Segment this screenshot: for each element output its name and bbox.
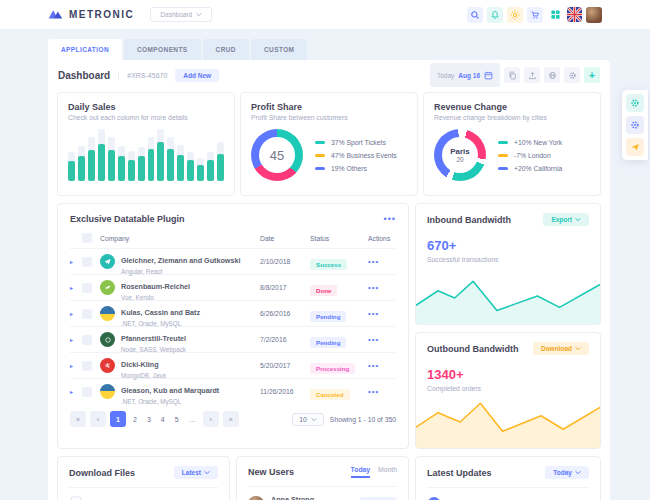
bar (157, 129, 164, 181)
row-checkbox[interactable] (82, 361, 92, 371)
add-new-button[interactable]: Add New (175, 69, 219, 82)
legend-label: 37% Sport Tickets (331, 139, 386, 146)
quick-panel-grid-icon[interactable] (547, 7, 563, 23)
company-logo-python-icon (100, 384, 115, 399)
row-actions-button[interactable]: ••• (368, 283, 396, 292)
company-logo-python-icon (100, 306, 115, 321)
card-title: Daily Sales (68, 102, 224, 112)
card-title: New Users (248, 467, 294, 477)
globe-icon[interactable] (544, 67, 560, 83)
brand-logo[interactable]: METRONIC (48, 6, 134, 24)
row-expand-chevron[interactable]: ▸ (70, 310, 82, 317)
bar (108, 129, 115, 181)
table-row: ▸ dj Dicki-KlingMongoDB, Java 5/20/2017 … (70, 352, 396, 378)
row-expand-chevron[interactable]: ▸ (70, 388, 82, 395)
per-page-select[interactable]: 10 (292, 413, 324, 426)
tab-components[interactable]: COMPONENTS (124, 39, 201, 60)
page-title: Dashboard (58, 70, 110, 81)
row-expand-chevron[interactable]: ▸ (70, 258, 82, 265)
select-all-checkbox[interactable] (82, 233, 92, 243)
pagination-page-5[interactable]: 5 (172, 416, 182, 423)
datatable-card: Exclusive Datatable Plugin ••• Company D… (57, 203, 409, 449)
card-menu-button[interactable]: ••• (384, 214, 396, 224)
card-title: Revenue Change (434, 102, 590, 112)
pagination-page-4[interactable]: 4 (158, 416, 168, 423)
cart-icon[interactable] (527, 7, 543, 23)
legend-dash (315, 154, 325, 157)
row-expand-chevron[interactable]: ▸ (70, 284, 82, 291)
card-title: Outbound Bandwidth (427, 344, 518, 354)
revenue-change-card: Revenue Change Revenue change breakdown … (423, 92, 601, 196)
builder-gear-icon[interactable] (626, 94, 644, 112)
quick-actions-icon[interactable] (507, 7, 523, 23)
bar (207, 129, 214, 181)
new-users-tab-month[interactable]: Month (378, 466, 397, 478)
company-tech: Angular, React (121, 268, 260, 275)
file-list-item[interactable]: DOC Metronic Documentation (69, 496, 218, 500)
bar (187, 129, 194, 181)
row-checkbox[interactable] (82, 387, 92, 397)
chevron-down-icon (575, 217, 581, 222)
upload-icon[interactable] (524, 67, 540, 83)
latest-filter-button[interactable]: Latest (174, 466, 218, 479)
legend-dash (315, 167, 325, 170)
row-date: 5/20/2017 (260, 362, 310, 369)
notifications-bell-icon[interactable] (487, 7, 503, 23)
gear-icon[interactable] (564, 67, 580, 83)
download-button[interactable]: Download (533, 342, 589, 355)
row-checkbox[interactable] (82, 335, 92, 345)
send-paper-plane-icon[interactable] (626, 138, 644, 156)
pagination-next-button[interactable]: › (203, 411, 219, 427)
bar (68, 129, 75, 181)
pagination-prev-button[interactable]: ‹ (90, 411, 106, 427)
bar (197, 129, 204, 181)
status-badge: Processing (310, 363, 355, 374)
tab-crud[interactable]: CRUD (203, 39, 249, 60)
bar (148, 129, 155, 181)
header-dashboard-dropdown[interactable]: Dashboard (150, 7, 212, 22)
status-badge: Pending (310, 337, 346, 348)
row-checkbox[interactable] (82, 309, 92, 319)
settings-gear-icon[interactable] (626, 116, 644, 134)
row-actions-button[interactable]: ••• (368, 387, 396, 396)
tab-custom[interactable]: CUSTOM (251, 39, 307, 60)
bar (217, 129, 224, 181)
revenue-change-legend: +10% New York -7% London +20% California (498, 139, 562, 172)
stats-cards-row: Daily Sales Check out each column for mo… (48, 92, 610, 196)
row-actions-button[interactable]: ••• (368, 257, 396, 266)
pagination-page-1[interactable]: 1 (110, 411, 126, 427)
content-panel: Dashboard #XRS-45670 Add New Today Aug 1… (48, 60, 610, 500)
user-avatar[interactable] (586, 7, 602, 23)
column-date: Date (260, 235, 310, 242)
row-expand-chevron[interactable]: ▸ (70, 336, 82, 343)
add-plus-button[interactable]: + (584, 67, 600, 83)
row-date: 8/8/2017 (260, 284, 310, 291)
copy-icon[interactable] (504, 67, 520, 83)
table-row: ▸ Kulas, Cassin and Batz.NET, Oracle, My… (70, 300, 396, 326)
pagination-page-2[interactable]: 2 (130, 416, 140, 423)
legend-dash (498, 154, 508, 157)
pagination-page-3[interactable]: 3 (144, 416, 154, 423)
row-actions-button[interactable]: ••• (368, 361, 396, 370)
search-icon[interactable] (467, 7, 483, 23)
profit-share-donut-chart: 45 (251, 129, 303, 181)
new-users-tab-today[interactable]: Today (351, 466, 371, 478)
pagination-last-button[interactable]: » (223, 411, 239, 427)
update-badge-icon (427, 496, 441, 500)
row-expand-chevron[interactable]: ▸ (70, 362, 82, 369)
date-picker-button[interactable]: Today Aug 16 (430, 63, 500, 87)
row-checkbox[interactable] (82, 257, 92, 267)
outbound-caption: Completed orders (427, 385, 589, 392)
pagination-first-button[interactable]: « (70, 411, 86, 427)
export-button[interactable]: Export (543, 213, 589, 226)
tab-application[interactable]: APPLICATION (48, 39, 122, 60)
today-filter-button[interactable]: Today (545, 466, 589, 479)
company-name: Pfannerstill-Treutel (121, 334, 186, 343)
language-flag-icon[interactable] (567, 7, 582, 22)
row-checkbox[interactable] (82, 283, 92, 293)
company-tech: .NET, Oracle, MySQL (121, 398, 260, 405)
inbound-line-chart (416, 272, 600, 324)
card-title: Profit Share (251, 102, 407, 112)
row-actions-button[interactable]: ••• (368, 309, 396, 318)
row-actions-button[interactable]: ••• (368, 335, 396, 344)
